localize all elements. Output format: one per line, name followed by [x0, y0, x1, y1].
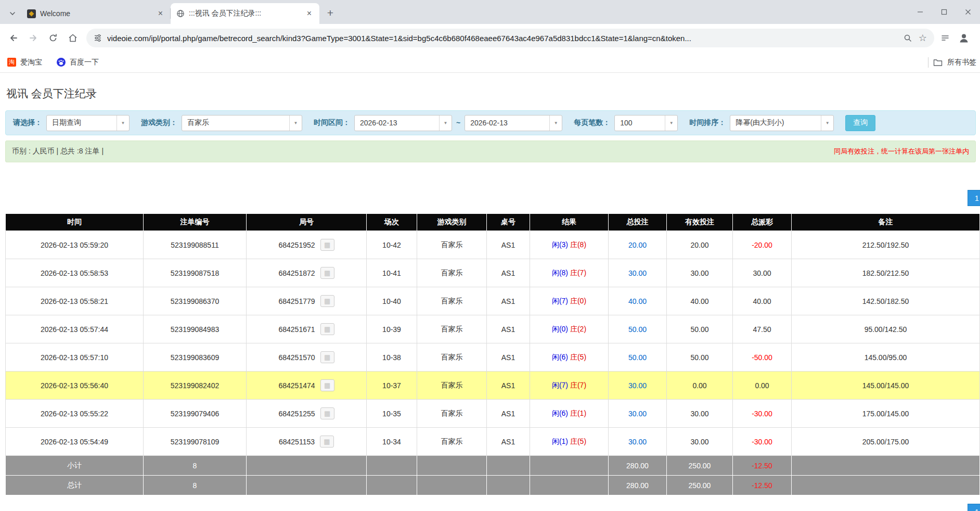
total-bet-link[interactable]: 30.00 [628, 438, 647, 446]
tab-welcome[interactable]: Welcome × [22, 3, 171, 24]
browser-window: Welcome × :::视讯 会员下注纪录::: × + [0, 0, 980, 511]
tab-search-button[interactable] [5, 6, 20, 21]
page-size-select[interactable]: 100 ▼ [614, 115, 678, 131]
date-from-select[interactable]: 2026-02-13 ▼ [354, 115, 452, 131]
query-type-select[interactable]: 日期查询 ▼ [46, 115, 130, 131]
bookmark-taobao[interactable]: 淘 爱淘宝 [7, 58, 42, 67]
result-player: 闲(7) [552, 297, 568, 305]
cell-round-number: 684251671▦ [247, 315, 367, 343]
summary-label: 小计 [6, 456, 144, 476]
url-text[interactable]: videoie.com/ipl/portal.php/game/betrecor… [107, 34, 898, 43]
round-detail-button[interactable]: ▦ [320, 379, 334, 391]
result-banker: 庄(1) [570, 409, 586, 417]
column-header: 有效投注 [667, 214, 733, 231]
cell-valid-bet: 50.00 [667, 315, 733, 343]
reload-button[interactable] [44, 29, 62, 47]
total-bet-link[interactable]: 40.00 [628, 297, 647, 305]
column-header: 游戏类别 [417, 214, 487, 231]
tab-close-icon[interactable]: × [304, 9, 314, 19]
tab-close-icon[interactable]: × [156, 9, 165, 19]
cell-payout: -30.00 [733, 428, 792, 456]
total-bet-link[interactable]: 30.00 [628, 381, 647, 390]
total-bet-link[interactable]: 50.00 [628, 325, 647, 334]
round-detail-button[interactable]: ▦ [320, 239, 334, 251]
cell-round-number: 684251952▦ [247, 231, 367, 259]
range-separator: ~ [456, 119, 460, 127]
game-type-select[interactable]: 百家乐 ▼ [182, 115, 302, 131]
close-window-button[interactable] [956, 0, 980, 24]
cell-result: 闲(7) 庄(0) [530, 287, 609, 315]
round-detail-button[interactable]: ▦ [320, 323, 334, 335]
total-bet-link[interactable]: 30.00 [628, 410, 647, 418]
home-button[interactable] [63, 29, 82, 47]
cell-session: 10-38 [367, 343, 417, 372]
cell-session: 10-41 [367, 259, 417, 287]
tab-betrecord[interactable]: :::视讯 会员下注纪录::: × [171, 3, 319, 24]
back-button[interactable] [4, 29, 23, 47]
total-bet-link[interactable]: 50.00 [628, 353, 647, 362]
cards-icon: ▦ [324, 438, 330, 445]
cell-payout: 40.00 [733, 287, 792, 315]
zoom-icon[interactable] [904, 34, 912, 43]
forward-button[interactable] [24, 29, 43, 47]
summary-count: 8 [144, 456, 247, 476]
new-tab-button[interactable]: + [323, 5, 338, 21]
address-bar[interactable]: videoie.com/ipl/portal.php/game/betrecor… [86, 29, 934, 47]
cell-result: 闲(6) 庄(5) [530, 343, 609, 372]
cell-result: 闲(8) 庄(7) [530, 259, 609, 287]
bet-records-table: 时间注单编号局号场次游戏类别桌号结果总投注有效投注总派彩备注 2026-02-1… [5, 213, 980, 495]
round-detail-button[interactable]: ▦ [320, 351, 334, 363]
total-bet-link[interactable]: 20.00 [628, 241, 647, 249]
round-number-text: 684251255 [278, 410, 315, 418]
all-bookmarks[interactable]: 所有书签 [928, 52, 980, 72]
cell-time: 2026-02-13 05:57:10 [6, 343, 144, 372]
cell-session: 10-42 [367, 231, 417, 259]
table-row: 2026-02-13 05:58:21523199086370684251779… [6, 287, 980, 315]
cell-result: 闲(0) 庄(2) [530, 315, 609, 343]
cell-table-number: AS1 [487, 428, 530, 456]
result-banker: 庄(8) [570, 240, 586, 249]
maximize-button[interactable] [932, 0, 956, 24]
chevron-down-icon: ▼ [289, 116, 302, 131]
round-detail-button[interactable]: ▦ [320, 267, 334, 279]
round-number-text: 684251952 [278, 241, 315, 249]
result-banker: 庄(2) [570, 325, 586, 333]
bookmark-star-icon[interactable]: ☆ [919, 33, 927, 43]
column-header: 总派彩 [733, 214, 792, 231]
date-to-select[interactable]: 2026-02-13 ▼ [465, 115, 562, 131]
profile-avatar[interactable] [957, 31, 971, 45]
query-type-value: 日期查询 [47, 116, 117, 131]
round-detail-button[interactable]: ▦ [320, 295, 334, 307]
reading-list-icon[interactable] [940, 33, 950, 43]
query-type-label: 请选择： [13, 118, 42, 127]
column-header: 局号 [247, 214, 367, 231]
game-type-value: 百家乐 [182, 116, 289, 131]
avatar-icon [958, 32, 970, 44]
cell-time: 2026-02-13 05:55:22 [6, 400, 144, 428]
round-detail-button[interactable]: ▦ [320, 436, 334, 448]
chevron-down-icon: ▼ [439, 116, 452, 131]
page-1-button[interactable]: 1 [968, 190, 980, 206]
query-button[interactable]: 查询 [845, 115, 875, 131]
site-info-icon[interactable] [94, 34, 102, 42]
round-number-text: 684251474 [278, 381, 315, 390]
cell-note: 95.00/142.50 [792, 315, 980, 343]
cell-payout: -20.00 [733, 231, 792, 259]
cell-valid-bet: 30.00 [667, 400, 733, 428]
bookmark-baidu[interactable]: 百度一下 [57, 58, 99, 67]
summary-empty-cell [247, 476, 367, 495]
tab-title: :::视讯 会员下注纪录::: [189, 9, 300, 18]
date-to-value: 2026-02-13 [465, 116, 549, 131]
cell-time: 2026-02-13 05:58:21 [6, 287, 144, 315]
baidu-icon [57, 58, 66, 67]
globe-icon [176, 9, 185, 18]
total-bet-link[interactable]: 30.00 [628, 269, 647, 277]
round-number-text: 684251671 [278, 325, 315, 334]
pagination-bottom-button[interactable]: 1 [968, 504, 980, 511]
cell-note: 212.50/192.50 [792, 231, 980, 259]
cards-icon: ▦ [324, 382, 330, 389]
round-detail-button[interactable]: ▦ [320, 407, 334, 419]
sort-order-select[interactable]: 降幂(由大到小) ▼ [730, 115, 834, 131]
cell-session: 10-39 [367, 315, 417, 343]
minimize-button[interactable] [908, 0, 932, 24]
